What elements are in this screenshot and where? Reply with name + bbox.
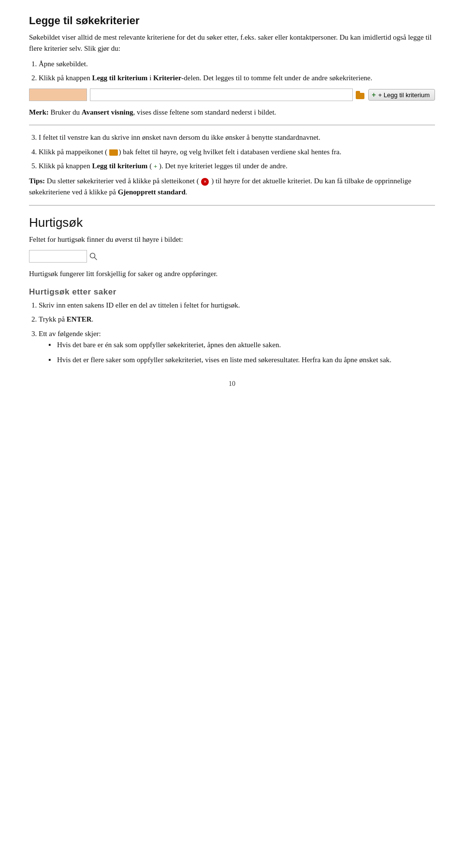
sak-bullet-1: Hvis det bare er én sak som oppfyller sø… xyxy=(48,339,435,351)
hurtigsok-heading: Hurtigsøk xyxy=(29,215,435,230)
delete-icon-inline: × xyxy=(201,178,209,186)
step-4: Klikk på mappeikonet ( ) bak feltet til … xyxy=(39,147,435,158)
folder-icon-inline xyxy=(109,149,117,156)
sak-bullet-2: Hvis det er flere saker som oppfyller sø… xyxy=(48,354,435,366)
hurtigsok-intro: Feltet for hurtigsøk finner du øverst ti… xyxy=(29,234,435,245)
step-5: Klikk på knappen Legg til kriterium ( + … xyxy=(39,161,435,172)
enter-bold: ENTER xyxy=(67,315,92,323)
step2-bold2: Kriterier xyxy=(153,74,181,82)
steps-list-2: I feltet til venstre kan du skrive inn ø… xyxy=(39,132,435,172)
sak-steps-list: Skriv inn enten sakens ID eller en del a… xyxy=(39,300,435,366)
page-number: 10 xyxy=(29,380,435,388)
sak-step-1: Skriv inn enten sakens ID eller en del a… xyxy=(39,300,435,311)
tips-label: Tips: xyxy=(29,177,45,185)
sak-step-2: Trykk på ENTER. xyxy=(39,314,435,325)
section-divider-1 xyxy=(29,125,435,125)
steps-list: Åpne søkebildet. Klikk på knappen Legg t… xyxy=(39,59,435,84)
hurtigsok-desc: Hurtigsøk fungerer litt forskjellig for … xyxy=(29,268,435,280)
criteria-bar: + + Legg til kriterium xyxy=(29,88,435,101)
tips-block: Tips: Du sletter søkekriterier ved å kli… xyxy=(29,176,435,198)
criteria-input-left[interactable] xyxy=(29,88,87,101)
intro-paragraph: Søkebildet viser alltid de mest relevant… xyxy=(29,32,435,55)
step-2: Klikk på knappen Legg til kriterium i Kr… xyxy=(39,73,435,84)
step-3: I feltet til venstre kan du skrive inn ø… xyxy=(39,132,435,143)
criteria-input-right[interactable] xyxy=(90,88,353,101)
legg-til-kriterium-button[interactable]: + + Legg til kriterium xyxy=(368,89,435,101)
step2-bold1: Legg til kriterium xyxy=(92,74,147,82)
search-preview-input[interactable] xyxy=(29,250,87,263)
search-preview-bar xyxy=(29,250,435,263)
merk-block: Merk: Bruker du Avansert visning, vises … xyxy=(29,107,435,118)
section-divider-2 xyxy=(29,205,435,206)
plus-icon: + xyxy=(372,91,376,99)
svg-line-1 xyxy=(95,257,97,260)
step-1: Åpne søkebildet. xyxy=(39,59,435,70)
folder-icon[interactable] xyxy=(356,90,365,99)
merk-avansert: Avansert visning xyxy=(82,108,133,116)
sak-step-3: Ett av følgende skjer: Hvis det bare er … xyxy=(39,328,435,366)
sak-bullet-list: Hvis det bare er én sak som oppfyller sø… xyxy=(48,339,435,366)
search-icon xyxy=(88,251,99,262)
merk-label: Merk: xyxy=(29,108,49,116)
hurtigsok-etter-saker-heading: Hurtigsøk etter saker xyxy=(29,287,435,297)
page-title: Legge til søkekriterier xyxy=(29,15,435,27)
step5-bold: Legg til kriterium xyxy=(92,162,147,170)
legg-til-label: + Legg til kriterium xyxy=(378,91,430,99)
gjenopprett-label: Gjenopprett standard xyxy=(118,188,186,196)
